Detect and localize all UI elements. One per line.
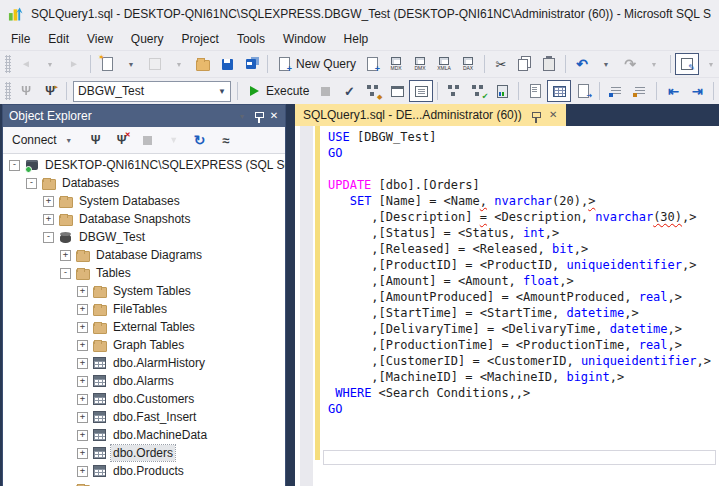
expander-icon[interactable]: + — [43, 214, 54, 225]
object-explorer-header[interactable]: Object Explorer — [3, 105, 285, 127]
menu-item-project[interactable]: Project — [173, 29, 228, 49]
tree-item-partial[interactable] — [3, 480, 285, 486]
tree-item-filetables[interactable]: +FileTables — [3, 300, 285, 318]
title-bar[interactable]: SQLQuery1.sql - DESKTOP-QNI61NC\SQLEXPRE… — [0, 0, 719, 28]
pin-icon[interactable] — [251, 109, 265, 123]
expander-icon[interactable]: + — [60, 250, 71, 261]
undo-dropdown-icon[interactable] — [594, 53, 618, 75]
navigate-backward-dropdown-icon[interactable] — [38, 53, 62, 75]
results-to-file-icon[interactable] — [571, 80, 595, 102]
intellisense-enabled-icon[interactable] — [409, 80, 433, 102]
expander-icon[interactable]: + — [77, 286, 88, 297]
expander-icon[interactable]: + — [77, 394, 88, 405]
menu-item-file[interactable]: File — [2, 29, 39, 49]
new-query-button[interactable]: New Query — [272, 53, 360, 75]
expander-icon[interactable]: + — [77, 376, 88, 387]
uncomment-selection-icon[interactable] — [628, 80, 652, 102]
expander-icon[interactable]: + — [77, 340, 88, 351]
increase-indent-icon[interactable] — [685, 80, 709, 102]
xmla-query-icon[interactable]: XMLA — [432, 53, 456, 75]
tree-item-dbo-machinedata[interactable]: +dbo.MachineData — [3, 426, 285, 444]
menu-item-help[interactable]: Help — [335, 29, 378, 49]
menu-item-view[interactable]: View — [78, 29, 122, 49]
query-options-icon[interactable] — [385, 80, 409, 102]
dax-query-icon[interactable]: DAX — [456, 53, 480, 75]
tree-item-external-tables[interactable]: +External Tables — [3, 318, 285, 336]
add-item-dropdown-icon[interactable] — [167, 53, 191, 75]
expander-icon[interactable]: - — [60, 268, 71, 279]
database-selector[interactable]: DBGW_Test▼ — [73, 81, 231, 102]
execute-button[interactable]: Execute — [242, 80, 313, 102]
live-query-statistics-icon[interactable] — [466, 80, 490, 102]
client-statistics-icon[interactable] — [490, 80, 514, 102]
expander-icon[interactable]: - — [43, 232, 54, 243]
new-file-icon[interactable] — [95, 53, 119, 75]
decrease-indent-icon[interactable] — [661, 80, 685, 102]
expander-icon[interactable]: + — [43, 196, 54, 207]
copy-icon[interactable] — [513, 53, 537, 75]
expander-icon[interactable]: + — [77, 412, 88, 423]
navigate-backward-icon[interactable] — [14, 53, 38, 75]
new-database-engine-query-icon[interactable] — [360, 53, 384, 75]
comment-selection-icon[interactable] — [604, 80, 628, 102]
close-tab-icon[interactable] — [547, 109, 560, 122]
window-position-icon[interactable] — [235, 109, 249, 123]
paste-icon[interactable] — [537, 53, 561, 75]
activity-monitor-icon[interactable] — [214, 129, 238, 151]
parse-query-icon[interactable] — [337, 80, 361, 102]
tree-item-dbo-customers[interactable]: +dbo.Customers — [3, 390, 285, 408]
connect-object-explorer-icon[interactable] — [84, 129, 108, 151]
navigate-forward-icon[interactable] — [62, 53, 86, 75]
tree-item-dbo-orders[interactable]: +dbo.Orders — [3, 444, 285, 462]
toolbar-options-dropdown-icon[interactable] — [699, 53, 719, 75]
disconnect-icon[interactable] — [110, 129, 134, 151]
refresh-icon[interactable] — [188, 129, 212, 151]
expander-icon[interactable]: + — [77, 358, 88, 369]
menu-item-window[interactable]: Window — [274, 29, 335, 49]
expander-icon[interactable]: + — [77, 430, 88, 441]
results-to-text-icon[interactable] — [523, 80, 547, 102]
menu-item-query[interactable]: Query — [122, 29, 173, 49]
toolbar-grip[interactable] — [5, 55, 11, 73]
redo-icon[interactable] — [618, 53, 642, 75]
add-item-icon[interactable] — [143, 53, 167, 75]
tree-item-dbo-alarmhistory[interactable]: +dbo.AlarmHistory — [3, 354, 285, 372]
tree-item-database-snapshots[interactable]: +Database Snapshots — [3, 210, 285, 228]
tree-item-dbo-products[interactable]: +dbo.Products — [3, 462, 285, 480]
expander-icon[interactable]: + — [77, 304, 88, 315]
tree-item-databases[interactable]: -Databases — [3, 174, 285, 192]
filter-icon[interactable] — [162, 129, 186, 151]
save-all-icon[interactable] — [239, 53, 263, 75]
expander-icon[interactable]: + — [77, 466, 88, 477]
tree-item-desktop-qni61nc-sqlexpress-sql-serv[interactable]: -DESKTOP-QNI61NC\SQLEXPRESS (SQL Serv — [3, 156, 285, 174]
dmx-query-icon[interactable]: DMX — [408, 53, 432, 75]
mdx-query-icon[interactable]: MDX — [384, 53, 408, 75]
horizontal-scrollbar[interactable] — [323, 450, 716, 465]
specify-template-parameters-icon[interactable] — [675, 53, 699, 75]
cancel-query-icon[interactable] — [313, 80, 337, 102]
stop-icon[interactable] — [136, 129, 160, 151]
tree-item-system-databases[interactable]: +System Databases — [3, 192, 285, 210]
menu-item-tools[interactable]: Tools — [228, 29, 274, 49]
tree-item-tables[interactable]: -Tables — [3, 264, 285, 282]
expander-icon[interactable]: - — [26, 178, 37, 189]
document-tab-sqlquery1[interactable]: SQLQuery1.sql - DE...Administrator (60)) — [295, 104, 566, 126]
change-connection-icon[interactable] — [38, 80, 62, 102]
tree-item-database-diagrams[interactable]: +Database Diagrams — [3, 246, 285, 264]
connect-menu-button[interactable]: Connect — [7, 129, 82, 151]
tree-item-graph-tables[interactable]: +Graph Tables — [3, 336, 285, 354]
display-estimated-plan-icon[interactable] — [361, 80, 385, 102]
open-file-icon[interactable] — [191, 53, 215, 75]
expander-icon[interactable]: - — [9, 160, 20, 171]
connect-icon[interactable] — [14, 80, 38, 102]
undo-icon[interactable] — [570, 53, 594, 75]
tree-item-dbgw-test[interactable]: -DBGW_Test — [3, 228, 285, 246]
close-panel-icon[interactable] — [267, 109, 281, 123]
expander-icon[interactable]: + — [77, 448, 88, 459]
pin-tab-icon[interactable] — [528, 109, 541, 122]
new-file-dropdown-icon[interactable] — [119, 53, 143, 75]
expander-icon[interactable]: + — [77, 322, 88, 333]
toolbar-grip[interactable] — [5, 82, 11, 100]
tree-item-system-tables[interactable]: +System Tables — [3, 282, 285, 300]
redo-dropdown-icon[interactable] — [642, 53, 666, 75]
